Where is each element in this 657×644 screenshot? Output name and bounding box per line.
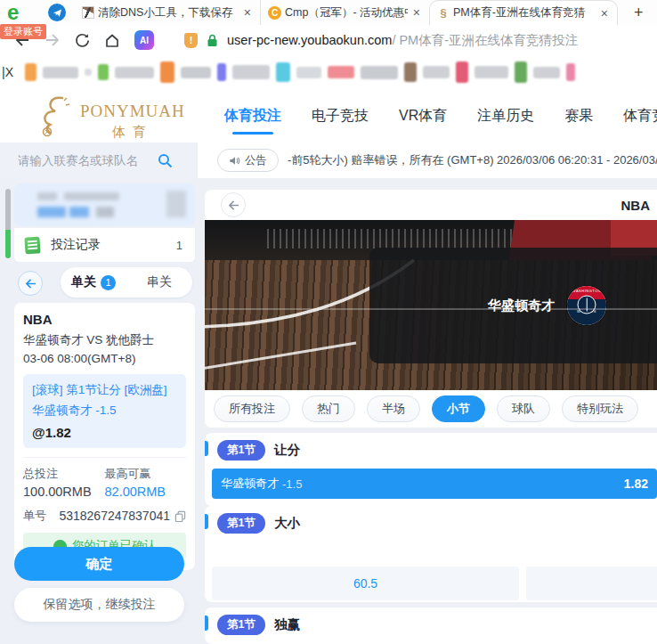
tab-label: 单关 bbox=[71, 274, 96, 290]
filter-team[interactable]: 球队 bbox=[497, 395, 550, 422]
tab-parlay-bet[interactable]: 串关 bbox=[126, 274, 192, 290]
bet-records-count: 1 bbox=[176, 239, 182, 252]
brand-logo[interactable]: PONYMUAH 体育 bbox=[36, 94, 185, 141]
divider bbox=[23, 457, 186, 458]
ai-assistant-icon[interactable]: AI bbox=[134, 30, 154, 50]
betslip-back-button[interactable] bbox=[18, 271, 43, 296]
mid-line bbox=[205, 308, 657, 310]
address-bar-host[interactable]: user-pc-new.youbaokun.com bbox=[227, 33, 392, 47]
nav-sports-quiz[interactable]: 体育竞猜 bbox=[623, 107, 657, 126]
bookmark-item[interactable] bbox=[115, 67, 154, 78]
user-info-panel[interactable] bbox=[14, 183, 195, 226]
bookmark-item[interactable] bbox=[361, 66, 398, 79]
quarter-badge: 第1节 bbox=[217, 440, 265, 461]
bookmarks-bar-items bbox=[25, 61, 581, 83]
bookmark-item[interactable] bbox=[515, 61, 527, 83]
match-back-button[interactable] bbox=[221, 192, 246, 217]
bookmark-item[interactable] bbox=[25, 63, 36, 81]
nav-esports[interactable]: 电子竞技 bbox=[312, 107, 369, 126]
browser-logo[interactable]: e bbox=[7, 1, 19, 24]
tab-title: 清除DNS小工具，下载保存 bbox=[98, 5, 239, 20]
close-tab-icon[interactable]: × bbox=[599, 7, 610, 20]
browser-tab-strip: e 登录账号 清除DNS小工具，下载保存 × C Cmp（冠军）- 活动优惠中 … bbox=[0, 0, 657, 25]
bookmark-item[interactable] bbox=[276, 62, 290, 82]
bet-records-row[interactable]: 投注记录 1 bbox=[14, 228, 195, 262]
new-tab-button[interactable]: + bbox=[634, 4, 644, 22]
bookmark-item[interactable] bbox=[296, 67, 321, 78]
betslip-mode-tabs: 单关 1 串关 bbox=[61, 267, 192, 298]
team-name: 华盛顿奇才 bbox=[488, 298, 555, 314]
filter-quarter[interactable]: 小节 bbox=[432, 395, 485, 422]
handicap-selection-row[interactable]: 华盛顿奇才 -1.5 1.82 bbox=[212, 469, 657, 499]
nav-sports-betting[interactable]: 体育投注 bbox=[224, 107, 281, 126]
copy-icon[interactable] bbox=[174, 510, 186, 522]
scrollbar-thumb[interactable] bbox=[5, 230, 11, 258]
totals-line-cell[interactable]: 60.5 bbox=[212, 567, 519, 600]
nav-vr-sports[interactable]: VR体育 bbox=[399, 107, 447, 126]
browser-tab-pm-sports[interactable]: § PM体育-亚洲在线体育竞猜 × bbox=[429, 0, 618, 25]
bookmark-item[interactable] bbox=[217, 63, 226, 81]
home-icon[interactable] bbox=[104, 33, 120, 48]
address-bar-title[interactable]: / PM体育-亚洲在线体育竞猜投注 bbox=[392, 32, 578, 49]
bookmark-item[interactable] bbox=[85, 69, 92, 76]
bookmark-item[interactable] bbox=[423, 66, 450, 78]
section-moneyline: 第1节 独赢 bbox=[205, 607, 657, 644]
tab-single-bet[interactable]: 单关 1 bbox=[61, 274, 126, 290]
section-title: 独赢 bbox=[274, 616, 300, 633]
scrollbar-track[interactable] bbox=[5, 189, 11, 230]
nav-results[interactable]: 赛果 bbox=[564, 107, 593, 126]
bookmark-item[interactable] bbox=[328, 66, 354, 78]
match-header: NBA bbox=[205, 190, 657, 220]
announcement-label: 公告 bbox=[245, 153, 267, 168]
browser-tab-dns[interactable]: 清除DNS小工具，下载保存 × bbox=[75, 0, 260, 25]
user-info-redacted bbox=[96, 207, 114, 217]
bookmark-item[interactable] bbox=[181, 67, 211, 78]
bookmark-item[interactable] bbox=[474, 66, 508, 78]
filter-all-bets[interactable]: 所有投注 bbox=[214, 395, 290, 422]
bookmark-item[interactable] bbox=[404, 62, 417, 82]
login-account-badge[interactable]: 登录账号 bbox=[0, 24, 46, 39]
search-icon[interactable] bbox=[158, 153, 173, 168]
total-stake-value: 100.00RMB bbox=[23, 485, 105, 499]
pony-logo-icon bbox=[36, 94, 75, 137]
team-search-bar bbox=[0, 143, 198, 178]
confirm-button[interactable]: 确定 bbox=[14, 547, 184, 581]
bookmark-item[interactable] bbox=[566, 63, 575, 81]
bookmark-item[interactable] bbox=[160, 61, 174, 83]
bookmark-edge-icon[interactable]: |X bbox=[2, 65, 25, 79]
https-lock-icon[interactable] bbox=[207, 34, 218, 47]
brand-name: PONYMUAH bbox=[80, 102, 185, 121]
filter-special[interactable]: 特别玩法 bbox=[562, 395, 638, 422]
browser-tab-cmp[interactable]: C Cmp（冠军）- 活动优惠中 × bbox=[260, 0, 429, 25]
main-content: NBA 华盛顿奇才 WASHINGTON WIZARDS bbox=[198, 178, 657, 644]
close-tab-icon[interactable]: × bbox=[411, 6, 422, 19]
totals-empty-cell[interactable] bbox=[526, 567, 657, 600]
user-info-redacted bbox=[37, 192, 57, 200]
slip-selection-box[interactable]: [滚球] 第1节让分 [欧洲盘] 华盛顿奇才 -1.5 @1.82 bbox=[23, 374, 186, 448]
bookmark-item[interactable] bbox=[456, 61, 468, 83]
tab-title: Cmp（冠军）- 活动优惠中 bbox=[285, 5, 408, 20]
refresh-icon[interactable] bbox=[75, 33, 90, 48]
bookmark-item[interactable] bbox=[98, 64, 109, 80]
filter-half[interactable]: 半场 bbox=[367, 395, 420, 422]
tab-favicon bbox=[82, 6, 94, 19]
keep-selection-button[interactable]: 保留选项，继续投注 bbox=[14, 588, 184, 622]
accent-bar bbox=[205, 514, 208, 529]
shield-warning-icon[interactable]: ! bbox=[184, 33, 198, 48]
announcement-bar: 公告 -前5轮大小) 赔率错误，所有在 (GMT+8) 2026/03/06 0… bbox=[198, 143, 657, 179]
bookmark-item[interactable] bbox=[533, 67, 560, 78]
telegram-icon[interactable] bbox=[48, 4, 66, 21]
wizards-team-logo: WASHINGTON WIZARDS bbox=[567, 286, 606, 325]
announcement-pill[interactable]: 公告 bbox=[217, 149, 279, 172]
bookmark-item[interactable] bbox=[232, 65, 270, 79]
max-win: 最高可赢 82.00RMB bbox=[105, 466, 187, 499]
filter-hot[interactable]: 热门 bbox=[302, 395, 355, 422]
slip-time: 03-06 08:00(GMT+8) bbox=[23, 352, 186, 365]
search-input[interactable] bbox=[16, 153, 158, 168]
bookmark-item[interactable] bbox=[43, 67, 78, 78]
close-tab-icon[interactable]: × bbox=[242, 6, 253, 19]
forward-icon[interactable] bbox=[45, 33, 61, 47]
announcement-text: -前5轮大小) 赔率错误，所有在 (GMT+8) 2026/03/06 06:2… bbox=[288, 152, 657, 168]
nav-bet-history[interactable]: 注单历史 bbox=[477, 107, 534, 126]
order-no-value: 5318267247837041 bbox=[59, 509, 170, 523]
